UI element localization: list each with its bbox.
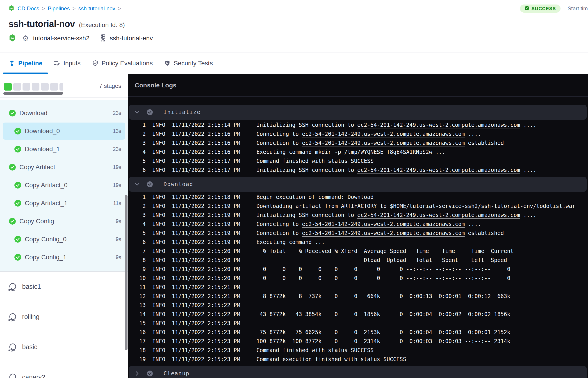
stage-progress-scrollbar[interactable] — [3, 92, 63, 94]
pipeline-row-rolling[interactable]: rolling — [0, 302, 128, 332]
gear-icon: ⚙ — [22, 34, 29, 42]
console-logs-header: Console Logs — [128, 74, 588, 97]
log-text: Initializing SSH connection to — [256, 122, 357, 128]
stage-rollback-icon — [8, 373, 18, 378]
stage-label: Copy Artifact_0 — [25, 182, 67, 189]
stage-progress-square[interactable] — [13, 83, 21, 91]
stage-sidebar: 7 stages Download23sDownload_013sDownloa… — [0, 74, 128, 378]
stage-row-copy-artifact-0[interactable]: Copy Artifact_019s — [0, 176, 128, 194]
stage-progress-square[interactable] — [32, 83, 40, 91]
log-link[interactable]: ec2-54-201-142-249.us-west-2.compute.ama… — [302, 230, 465, 236]
pipeline-label: canary2 — [22, 374, 45, 378]
policy-evaluations-icon — [92, 60, 99, 67]
log-text: 100 8772k 100 8772k 0 0 2314k 0 0:00:03 … — [256, 338, 510, 344]
log-text: Initializing SSH connection to — [256, 212, 357, 218]
log-line-gutter: 5 INFO 11/11/2022 2:15:19 PM — [139, 230, 256, 236]
stage-progress-square[interactable] — [4, 83, 12, 91]
stage-row-download-1[interactable]: Download_123s — [0, 140, 128, 158]
log-link[interactable]: ec2-54-201-142-249.us-west-2.compute.ama… — [302, 140, 465, 146]
breadcrumb-separator: > — [72, 5, 76, 12]
log-text: Connecting to — [256, 131, 302, 137]
environment-name: ssh-tutorial-env — [110, 35, 153, 42]
log-section-name: Initialize — [163, 109, 201, 115]
log-line: 1 INFO 11/11/2022 2:15:14 PM Initializin… — [139, 121, 588, 130]
stage-row-download-0[interactable]: Download_013s — [0, 122, 128, 140]
log-line: 18 INFO 11/11/2022 2:15:23 PM Command fi… — [139, 346, 588, 355]
stage-progress-square[interactable] — [59, 83, 63, 91]
sidebar-scrollbar[interactable] — [125, 195, 128, 350]
log-line: 7 INFO 11/11/2022 2:15:20 PM % Total % R… — [139, 247, 588, 256]
log-line: 1 INFO 11/11/2022 2:15:18 PM Begin execu… — [139, 193, 588, 202]
chevron-down-icon[interactable] — [134, 109, 140, 115]
pipeline-meta-row: ∞ ⚙ tutorial-service-ssh2 ssh-tutorial-e… — [9, 34, 153, 43]
console-logs-panel: Console Logs Initialize 1 INFO 11/11/202… — [128, 74, 588, 378]
breadcrumb: ∞ CD Docs>Pipelines>ssh-tutorial-nov> — [9, 5, 124, 12]
tab-security-tests[interactable]: Security Tests — [158, 53, 218, 74]
log-text: .... — [465, 131, 481, 137]
log-text: .... — [520, 122, 536, 128]
stage-duration: 9s — [116, 254, 121, 260]
tab-pipeline[interactable]: Pipeline — [3, 53, 48, 74]
log-text: .... — [520, 212, 536, 218]
log-text: Initializing SSH connection to — [256, 167, 357, 173]
log-link[interactable]: ec2-54-201-142-249.us-west-2.compute.ama… — [357, 167, 520, 173]
breadcrumb-separator: > — [42, 5, 45, 12]
log-line-gutter: 3 INFO 11/11/2022 2:15:16 PM — [139, 140, 256, 146]
log-line: 5 INFO 11/11/2022 2:15:17 PM Command fin… — [139, 157, 588, 166]
log-line-gutter: 17 INFO 11/11/2022 2:15:23 PM — [139, 338, 256, 344]
service-name: tutorial-service-ssh2 — [33, 35, 89, 42]
stage-row-copy-config-0[interactable]: Copy Config_09s — [0, 230, 128, 248]
log-line: 6 INFO 11/11/2022 2:15:17 PM Initializin… — [139, 166, 588, 175]
check-circle-icon — [9, 164, 16, 171]
log-link[interactable]: ec2-54-201-142-249.us-west-2.compute.ama… — [357, 212, 520, 218]
log-line: 2 INFO 11/11/2022 2:15:19 PM Downloading… — [139, 202, 588, 211]
stage-progress-square[interactable] — [41, 83, 49, 91]
stage-progress-square[interactable] — [23, 83, 30, 91]
tab-label: Inputs — [63, 60, 80, 67]
log-text: .... — [520, 167, 536, 173]
log-line-gutter: 7 INFO 11/11/2022 2:15:20 PM — [139, 248, 256, 254]
stage-list: Download23sDownload_013sDownload_123sCop… — [0, 100, 128, 271]
stage-row-download[interactable]: Download23s — [0, 104, 128, 122]
pipeline-row-basic1[interactable]: basic1 — [0, 272, 128, 302]
log-section-header-initialize[interactable]: Initialize — [129, 105, 587, 120]
log-line-gutter: 2 INFO 11/11/2022 2:15:16 PM — [139, 131, 256, 137]
stage-row-copy-config[interactable]: Copy Config9s — [0, 212, 128, 230]
log-line-gutter: 10 INFO 11/11/2022 2:15:20 PM — [139, 275, 256, 281]
stage-duration: 9s — [116, 236, 121, 243]
chevron-down-icon[interactable] — [134, 181, 140, 187]
stage-duration: 13s — [113, 128, 121, 134]
pipeline-row-basic[interactable]: basic — [0, 332, 128, 362]
log-line-gutter: 4 INFO 11/11/2022 2:15:19 PM — [139, 221, 256, 227]
chevron-right-icon[interactable] — [134, 371, 140, 377]
breadcrumb-link-ssh-tutorial-nov[interactable]: ssh-tutorial-nov — [78, 5, 115, 12]
log-text: Command finished with status SUCCESS — [256, 347, 374, 353]
log-line: 4 INFO 11/11/2022 2:15:16 PM Executing c… — [139, 148, 588, 157]
breadcrumb-link-pipelines[interactable]: Pipelines — [48, 5, 70, 12]
tab-inputs[interactable]: Inputs — [48, 53, 86, 74]
pipeline-row-canary2[interactable]: canary2 — [0, 362, 128, 378]
breadcrumb-links: CD Docs>Pipelines>ssh-tutorial-nov> — [18, 5, 124, 12]
stage-row-copy-artifact[interactable]: Copy Artifact19s — [0, 158, 128, 176]
inputs-icon — [53, 60, 60, 67]
breadcrumb-link-cd-docs[interactable]: CD Docs — [18, 5, 39, 12]
stage-duration: 11s — [113, 200, 121, 206]
stage-rollback-icon — [8, 312, 18, 322]
log-section-header-download[interactable]: Download — [129, 177, 587, 192]
stage-row-copy-artifact-1[interactable]: Copy Artifact_111s — [0, 194, 128, 212]
log-sections: Initialize 1 INFO 11/11/2022 2:15:14 PM … — [128, 97, 588, 378]
stage-row-copy-config-1[interactable]: Copy Config_19s — [0, 248, 128, 266]
log-text: Dload Upload Total Spent Left Speed — [256, 257, 507, 263]
pipeline-label: rolling — [22, 313, 40, 321]
stage-label: Copy Artifact_1 — [25, 200, 67, 207]
status-badge: SUCCESS — [520, 4, 561, 13]
log-link[interactable]: ec2-54-201-142-249.us-west-2.compute.ama… — [302, 221, 465, 227]
log-text: 0 0 0 0 0 0 0 0 --:--:-- --:--:-- --:--:… — [256, 275, 510, 281]
tab-policy-evaluations[interactable]: Policy Evaluations — [86, 53, 158, 74]
log-link[interactable]: ec2-54-201-142-249.us-west-2.compute.ama… — [357, 122, 520, 128]
log-text: Executing command mkdir -p /tmp/WYQNESE_… — [256, 149, 445, 155]
log-line-gutter: 8 INFO 11/11/2022 2:15:20 PM — [139, 257, 256, 263]
stage-progress-square[interactable] — [50, 83, 58, 91]
log-section-header-cleanup[interactable]: Cleanup — [129, 366, 587, 378]
log-link[interactable]: ec2-54-201-142-249.us-west-2.compute.ama… — [302, 131, 465, 137]
